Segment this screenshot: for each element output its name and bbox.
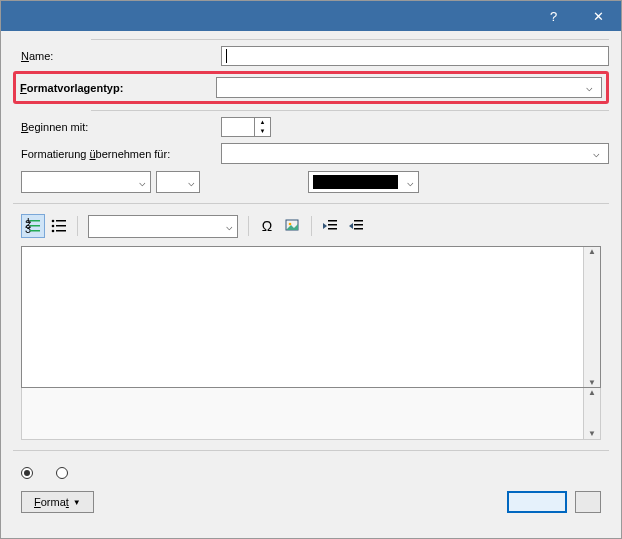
svg-point-6 bbox=[52, 220, 55, 223]
svg-rect-19 bbox=[354, 228, 363, 230]
start-at-label: Beginnen mit: bbox=[21, 121, 221, 133]
svg-rect-1 bbox=[30, 220, 40, 222]
svg-text:3: 3 bbox=[25, 223, 31, 234]
svg-rect-18 bbox=[354, 224, 363, 226]
color-swatch bbox=[313, 175, 398, 189]
svg-rect-16 bbox=[328, 228, 337, 230]
format-menu-button[interactable]: Format▼ bbox=[21, 491, 94, 513]
apply-to-label: Formatierung übernehmen für: bbox=[21, 148, 221, 160]
create-style-dialog: ? ✕ Name: Formatvorlagentyp: ⌵ Beginnen … bbox=[0, 0, 622, 539]
cancel-button[interactable] bbox=[575, 491, 601, 513]
close-button[interactable]: ✕ bbox=[576, 1, 621, 31]
chevron-down-icon: ⌵ bbox=[402, 176, 418, 189]
font-size-combo[interactable]: ⌵ bbox=[156, 171, 200, 193]
bold-button[interactable] bbox=[216, 171, 238, 193]
chevron-down-icon: ⌵ bbox=[134, 176, 150, 189]
titlebar: ? ✕ bbox=[1, 1, 621, 31]
numbered-list-button[interactable]: 123 bbox=[21, 214, 45, 238]
number-format-combo[interactable]: ⌵ bbox=[88, 215, 238, 238]
name-label: Name: bbox=[21, 50, 221, 62]
style-type-label: Formatvorlagentyp: bbox=[20, 82, 216, 94]
font-color-combo[interactable]: ⌵ bbox=[308, 171, 419, 193]
svg-rect-7 bbox=[56, 220, 66, 222]
chevron-down-icon: ⌵ bbox=[183, 176, 199, 189]
svg-rect-5 bbox=[30, 230, 40, 232]
insert-picture-button[interactable] bbox=[281, 214, 305, 238]
chevron-down-icon: ⌵ bbox=[582, 78, 597, 97]
description-pane: ▲▼ bbox=[21, 388, 601, 440]
ok-button[interactable] bbox=[507, 491, 567, 513]
chevron-down-icon: ⌵ bbox=[221, 220, 237, 233]
preview-pane: ▲▼ bbox=[21, 246, 601, 388]
increase-indent-button[interactable] bbox=[344, 214, 368, 238]
style-type-combo[interactable]: ⌵ bbox=[216, 77, 602, 98]
font-family-combo[interactable]: ⌵ bbox=[21, 171, 151, 193]
only-this-document-radio[interactable] bbox=[21, 467, 38, 479]
svg-point-8 bbox=[52, 225, 55, 228]
preview-scrollbar[interactable]: ▲▼ bbox=[583, 247, 600, 387]
underline-button[interactable] bbox=[270, 171, 292, 193]
spinner-buttons[interactable]: ▲▼ bbox=[254, 118, 270, 136]
svg-rect-15 bbox=[328, 224, 337, 226]
italic-button[interactable] bbox=[243, 171, 265, 193]
svg-point-10 bbox=[52, 230, 55, 233]
new-documents-radio[interactable] bbox=[56, 467, 73, 479]
svg-rect-11 bbox=[56, 230, 66, 232]
apply-to-combo[interactable]: ⌵ bbox=[221, 143, 609, 164]
svg-rect-3 bbox=[30, 225, 40, 227]
symbol-button[interactable]: Ω bbox=[255, 214, 279, 238]
bullet-list-button[interactable] bbox=[47, 214, 71, 238]
svg-rect-17 bbox=[354, 220, 363, 222]
style-type-row: Formatvorlagentyp: ⌵ bbox=[13, 71, 609, 104]
svg-rect-9 bbox=[56, 225, 66, 227]
name-input[interactable] bbox=[221, 46, 609, 66]
svg-rect-14 bbox=[328, 220, 337, 222]
desc-scrollbar[interactable]: ▲▼ bbox=[583, 388, 600, 439]
list-toolbar: 123 ⌵ Ω bbox=[21, 214, 601, 238]
svg-point-13 bbox=[289, 223, 292, 226]
start-at-spinner[interactable]: ▲▼ bbox=[221, 117, 271, 137]
chevron-down-icon: ⌵ bbox=[589, 144, 604, 163]
help-button[interactable]: ? bbox=[531, 1, 576, 31]
decrease-indent-button[interactable] bbox=[318, 214, 342, 238]
